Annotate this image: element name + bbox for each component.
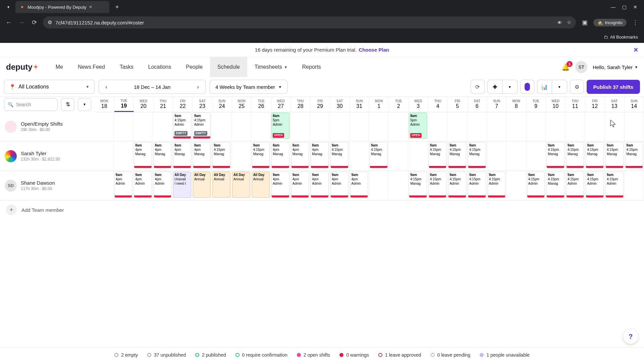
day-cell[interactable] [389, 171, 409, 200]
day-cell[interactable]: 9am4:15pmAdmin [428, 171, 448, 200]
view-toggle-button[interactable] [520, 80, 534, 94]
all-bookmarks-link[interactable]: All Bookmarks [610, 35, 638, 40]
day-header[interactable]: MON18 [95, 97, 114, 112]
auto-fill-dropdown[interactable]: ▼ [502, 80, 517, 94]
location-selector[interactable]: 📍 All Locations ▼ [4, 80, 95, 94]
day-cell[interactable] [526, 141, 546, 171]
tab-search-dropdown[interactable]: ▾ [3, 2, 13, 12]
day-header[interactable]: MON1 [369, 97, 389, 112]
day-cell[interactable]: 9am4:15pmManag [447, 141, 467, 171]
day-cell[interactable] [310, 112, 330, 141]
day-cell[interactable]: 9am4:15pmAdmin [585, 171, 605, 200]
day-cell[interactable] [506, 112, 526, 141]
day-cell[interactable] [114, 141, 133, 171]
shift-card[interactable]: 9am4pmAdmin [114, 172, 132, 198]
stats-button[interactable]: 📊 [537, 80, 552, 94]
day-cell[interactable]: All DayAnnual [251, 171, 271, 200]
refresh-button[interactable]: ⟳ [471, 80, 485, 94]
day-cell[interactable]: 9am4pmAdmin [290, 171, 310, 200]
day-header[interactable]: TUE19 [114, 97, 134, 112]
shift-card[interactable]: 9am4:15pmManag [546, 142, 565, 168]
day-cell[interactable]: All DayAnnual [231, 171, 251, 200]
new-tab-button[interactable]: + [112, 2, 122, 12]
day-cell[interactable]: 9am4:15pmManag [546, 171, 566, 200]
day-header[interactable]: SAT30 [330, 97, 350, 112]
day-cell[interactable] [447, 112, 467, 141]
shift-card[interactable]: 9am4:15pmAdmin [468, 172, 486, 198]
choose-plan-link[interactable]: Choose Plan [359, 47, 389, 53]
logo[interactable]: deputy✦ [6, 62, 38, 72]
day-header[interactable]: THU4 [428, 97, 448, 112]
day-cell[interactable]: 8am4pmManag [271, 141, 290, 171]
day-cell[interactable] [467, 112, 487, 141]
shift-card[interactable]: 8am4pmManag [193, 142, 211, 168]
shift-card[interactable]: All DayAnnual [252, 172, 270, 198]
publish-button[interactable]: Publish 37 shifts [587, 80, 640, 94]
shift-card[interactable]: 9am4:15pmAdmin [586, 172, 604, 198]
day-cell[interactable] [231, 112, 251, 141]
shift-card[interactable]: All DayAnnual [193, 172, 211, 198]
shift-card[interactable]: 9am4:15pmManag [448, 142, 466, 168]
day-cell[interactable] [408, 141, 428, 171]
day-header[interactable]: TUE2 [389, 97, 409, 112]
day-cell[interactable]: 8am4pmManag [310, 141, 330, 171]
incognito-badge[interactable]: 🕵 Incognito [593, 19, 627, 26]
minimize-icon[interactable]: — [611, 4, 615, 10]
shift-card[interactable]: 9am4:15pmAdmin [429, 172, 447, 198]
day-header[interactable]: FRI12 [585, 97, 605, 112]
stats-dropdown[interactable]: ▼ [552, 80, 567, 94]
browser-menu-icon[interactable]: ⋮ [631, 18, 639, 26]
day-cell[interactable] [94, 112, 114, 141]
day-cell[interactable]: 9am4:15pmAdminEMPTY [172, 112, 192, 141]
day-header[interactable]: FRI29 [311, 97, 330, 112]
day-cell[interactable]: 9am4:15pmManag [369, 141, 389, 171]
shift-card[interactable]: 9am4:15pmManag [468, 142, 486, 168]
shift-card[interactable]: All DayAnnual [212, 172, 230, 198]
day-cell[interactable]: 9am4:15pmAdmin [566, 171, 585, 200]
day-cell[interactable]: 8am4pmManag [172, 141, 192, 171]
day-header[interactable]: MON8 [507, 97, 527, 112]
shift-card[interactable]: 9am4:15pmAdminEMPTY [193, 113, 211, 139]
day-header[interactable]: THU11 [566, 97, 585, 112]
day-cell[interactable]: 9am4:15pmManag [212, 141, 231, 171]
eye-off-icon[interactable]: 👁 [557, 20, 562, 25]
day-header[interactable]: FRI5 [448, 97, 468, 112]
day-cell[interactable]: 9am4:15pmManag [546, 141, 566, 171]
day-cell[interactable]: 8am4pmManag [290, 141, 310, 171]
nav-item-tasks[interactable]: Tasks [112, 57, 141, 77]
day-cell[interactable] [153, 112, 173, 141]
nav-item-me[interactable]: Me [48, 57, 70, 77]
day-cell[interactable] [506, 141, 526, 171]
row-header[interactable]: SD Shane Dawson 117h 30m · $0.00 [0, 171, 94, 200]
day-cell[interactable]: 9am4pmAdmin [271, 171, 290, 200]
nav-item-reports[interactable]: Reports [295, 57, 328, 77]
day-cell[interactable]: 8am4pmManag [133, 141, 153, 171]
shift-card[interactable]: 9am4:15pmManag [409, 172, 427, 198]
day-cell[interactable] [487, 141, 507, 171]
shift-card[interactable]: 9am4:15pmManag [330, 142, 348, 168]
day-header[interactable]: WED3 [409, 97, 428, 112]
day-header[interactable]: SAT13 [605, 97, 625, 112]
shift-card[interactable]: 9am4:15pmAdmin [566, 172, 584, 198]
day-cell[interactable] [133, 112, 153, 141]
day-cell[interactable] [350, 141, 369, 171]
shift-card[interactable]: 9am4pmAdmin [350, 172, 368, 198]
day-cell[interactable] [546, 112, 566, 141]
nav-item-schedule[interactable]: Schedule [210, 57, 247, 77]
shift-card[interactable]: 9am4:15pmManag [605, 142, 624, 168]
day-header[interactable]: FRI22 [173, 97, 193, 112]
close-window-icon[interactable]: ✕ [633, 4, 637, 10]
shift-card[interactable]: 9am4:15pmAdmin [605, 172, 624, 198]
day-cell[interactable]: 9am4:15pmAdmin [526, 171, 546, 200]
prev-period-button[interactable]: ‹ [99, 83, 114, 90]
day-cell[interactable] [585, 112, 605, 141]
day-header[interactable]: SAT6 [468, 97, 487, 112]
search-input[interactable]: 🔍 Search [4, 98, 58, 111]
day-cell[interactable]: 8am4pmManag [153, 141, 173, 171]
day-cell[interactable] [212, 112, 231, 141]
address-bar[interactable]: ⚙ 7cf47d19112152.na.deputy.com/#roster 👁… [43, 16, 576, 28]
day-header[interactable]: SUN24 [212, 97, 232, 112]
day-cell[interactable]: 9am4:15pmManag [625, 141, 644, 171]
day-cell[interactable]: 9am4:15pmManag [251, 141, 271, 171]
nav-item-locations[interactable]: Locations [141, 57, 179, 77]
